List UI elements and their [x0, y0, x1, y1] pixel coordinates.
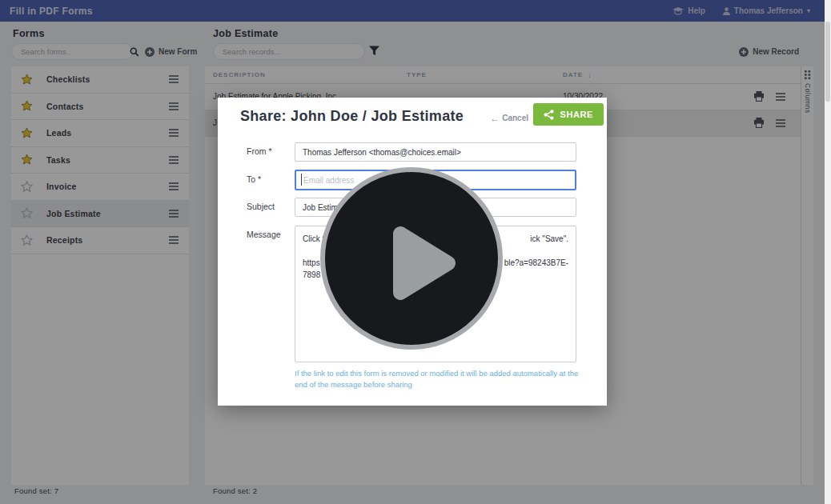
- app-root: Fill in PDF Forms Help Thomas Jefferson …: [0, 0, 831, 504]
- from-label: From *: [247, 146, 272, 156]
- cancel-label: Cancel: [502, 114, 528, 122]
- share-label: SHARE: [560, 110, 593, 119]
- scrollbar-thumb[interactable]: [825, 22, 830, 102]
- share-icon: [544, 110, 554, 120]
- page-scrollbar[interactable]: [825, 0, 831, 504]
- message-label: Message: [247, 230, 281, 239]
- cancel-button[interactable]: ← Cancel: [490, 114, 528, 122]
- play-icon: [392, 226, 456, 301]
- dialog-title: Share: John Doe / Job Estimate: [240, 108, 464, 125]
- left-arrow-icon: ←: [490, 114, 500, 122]
- share-button[interactable]: SHARE: [533, 103, 604, 126]
- text-cursor: [301, 174, 302, 186]
- subject-label: Subject: [247, 202, 275, 211]
- from-field[interactable]: [295, 142, 576, 162]
- to-label: To *: [247, 174, 261, 184]
- video-play-button[interactable]: [320, 167, 503, 350]
- share-note: If the link to edit this form is removed…: [295, 368, 580, 390]
